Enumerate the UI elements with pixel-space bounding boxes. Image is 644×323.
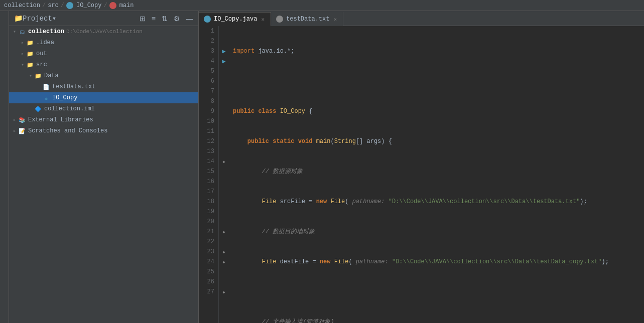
breadcrumb: collection / src / IO_Copy / main	[0, 0, 644, 11]
gutter-23-diamond: ◆	[219, 247, 229, 257]
gutter-7	[219, 86, 229, 96]
gutter-26	[219, 277, 229, 287]
minimize-button[interactable]: —	[184, 14, 195, 24]
project-label: Project	[23, 15, 52, 23]
gutter-13	[219, 146, 229, 156]
gutter-15	[219, 167, 229, 177]
gutter: ▶ ▶ ◆ ◆ ◆ ◆	[219, 26, 229, 323]
code-content[interactable]: import java.io.*; public class IO_Copy {…	[229, 26, 644, 323]
code-line-9	[233, 287, 640, 297]
lib-icon: 📚	[18, 116, 26, 124]
code-line-7: // 数据目的地对象	[233, 227, 640, 237]
gutter-12	[219, 136, 229, 146]
gutter-27-diamond: ◆	[219, 287, 229, 297]
folder-icon-out: 📁	[26, 50, 34, 58]
gutter-24-diamond: ◆	[219, 257, 229, 267]
left-panel	[0, 11, 9, 323]
breadcrumb-collection[interactable]: collection	[4, 2, 40, 9]
tree-item-iml[interactable]: 🔷 collection.iml	[9, 103, 198, 114]
collapse-all-button[interactable]: ≡	[150, 14, 158, 24]
tree-label-data: Data	[44, 72, 59, 79]
gutter-2	[219, 36, 229, 46]
gutter-17	[219, 187, 229, 197]
settings-button[interactable]: ⚙	[172, 14, 182, 24]
tree-arrow-idea	[19, 39, 26, 46]
gutter-14-diamond: ◆	[219, 156, 229, 167]
folder-icon-data: 📁	[34, 72, 42, 80]
tree-item-data[interactable]: 📁 Data	[9, 70, 198, 81]
sort-button[interactable]: ⇅	[160, 14, 170, 24]
project-icon: 📁	[14, 14, 23, 23]
gutter-16	[219, 177, 229, 187]
tree-label-scratches: Scratches and Consoles	[28, 127, 107, 134]
code-line-4: public static void main(String[] args) {	[233, 136, 640, 146]
tree-arrow-scratches	[11, 127, 18, 134]
code-line-1: import java.io.*;	[233, 46, 640, 56]
gutter-6	[219, 76, 229, 86]
gutter-19	[219, 207, 229, 217]
module-icon: 🗂	[18, 28, 26, 36]
editor-area: IO_Copy.java ✕ testData.txt ✕ 1 2 3 4 5 …	[199, 11, 644, 323]
code-line-2	[233, 76, 640, 86]
tab-label-testdata: testData.txt	[286, 16, 329, 23]
tree-item-testdata[interactable]: 📄 testData.txt	[9, 81, 198, 92]
chevron-down-icon: ▾	[52, 14, 56, 23]
gutter-10	[219, 116, 229, 126]
txt-file-icon: 📄	[42, 83, 50, 91]
code-editor[interactable]: 1 2 3 4 5 6 7 8 9 10 11 12 13 14 15 16 1…	[199, 26, 644, 323]
tab-icon-iocopy	[204, 16, 211, 23]
gutter-22	[219, 237, 229, 247]
gutter-25	[219, 267, 229, 277]
java-file-icon: ☕	[42, 94, 50, 102]
io-copy-icon	[66, 2, 73, 9]
gutter-11	[219, 126, 229, 136]
code-line-6: File srcFile = new File( pathname: "D:\\…	[233, 197, 640, 207]
breadcrumb-iocopy[interactable]: IO_Copy	[76, 2, 101, 9]
tree-item-iocopy[interactable]: ☕ IO_Copy	[9, 92, 198, 103]
gutter-5	[219, 66, 229, 76]
code-line-8: File destFile = new File( pathname: "D:\…	[233, 257, 640, 267]
tab-close-iocopy[interactable]: ✕	[260, 16, 266, 23]
breadcrumb-main[interactable]: main	[119, 2, 134, 9]
tree-item-external[interactable]: 📚 External Libraries	[9, 114, 198, 125]
breadcrumb-src[interactable]: src	[48, 2, 59, 9]
tree-item-out[interactable]: 📁 out	[9, 48, 198, 59]
tab-bar: IO_Copy.java ✕ testData.txt ✕	[199, 11, 644, 26]
tree-item-scratches[interactable]: 📝 Scratches and Consoles	[9, 125, 198, 136]
tab-label-iocopy: IO_Copy.java	[214, 16, 257, 23]
gutter-21-diamond: ◆	[219, 227, 229, 237]
gutter-9	[219, 106, 229, 116]
folder-icon-idea: 📁	[26, 39, 34, 47]
tree-arrow-data	[27, 72, 34, 79]
code-line-3: public class IO_Copy {	[233, 106, 640, 116]
gutter-20	[219, 217, 229, 227]
tab-close-testdata[interactable]: ✕	[332, 16, 338, 23]
project-dropdown[interactable]: 📁 Project ▾	[12, 13, 58, 24]
scope-button[interactable]: ⊞	[138, 14, 148, 24]
tree-item-collection[interactable]: 🗂 collection D:\Code\JAVA\collection	[9, 26, 198, 37]
tree-arrow-collection	[11, 28, 18, 35]
main-icon	[109, 2, 116, 9]
tree-label-iocopy: IO_Copy	[52, 94, 77, 101]
console-icon: 📝	[18, 127, 26, 135]
tree-label-testdata: testData.txt	[52, 83, 95, 90]
tree-arrow-src	[19, 61, 26, 68]
sidebar: 📁 Project ▾ ⊞ ≡ ⇅ ⚙ — 🗂 collection D:\Co…	[9, 11, 199, 323]
tree-path-collection: D:\Code\JAVA\collection	[66, 29, 143, 35]
folder-icon-src: 📁	[26, 61, 34, 69]
gutter-4-run[interactable]: ▶	[219, 56, 229, 66]
tree-arrow-out	[19, 50, 26, 57]
gutter-1	[219, 26, 229, 36]
tree-label-external: External Libraries	[28, 116, 93, 123]
gutter-18	[219, 197, 229, 207]
tree-arrow-external	[11, 116, 18, 123]
project-tree: 🗂 collection D:\Code\JAVA\collection 📁 .…	[9, 26, 198, 323]
tab-iocopy[interactable]: IO_Copy.java ✕	[199, 12, 271, 26]
gutter-3-run[interactable]: ▶	[219, 46, 229, 56]
tab-testdata[interactable]: testData.txt ✕	[271, 12, 343, 26]
tree-item-src[interactable]: 📁 src	[9, 59, 198, 70]
tree-label-collection: collection	[28, 28, 64, 35]
tree-label-idea: .idea	[36, 39, 54, 46]
tree-item-idea[interactable]: 📁 .idea	[9, 37, 198, 48]
line-numbers: 1 2 3 4 5 6 7 8 9 10 11 12 13 14 15 16 1…	[199, 26, 219, 323]
